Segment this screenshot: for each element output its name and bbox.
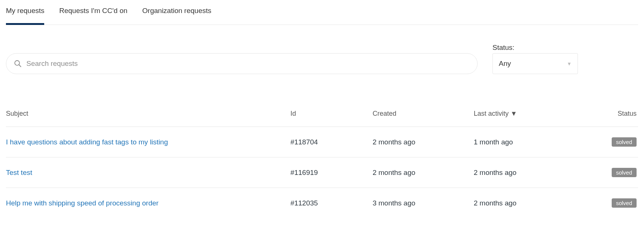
request-created: 2 months ago bbox=[373, 127, 474, 157]
col-status[interactable]: Status bbox=[575, 104, 638, 127]
request-link[interactable]: Test test bbox=[6, 169, 32, 176]
search-box[interactable] bbox=[6, 53, 478, 74]
status-badge: solved bbox=[612, 137, 637, 147]
status-select[interactable]: Any ▼ bbox=[492, 53, 578, 74]
status-badge: solved bbox=[612, 168, 637, 177]
col-last-activity-label: Last activity bbox=[474, 110, 508, 117]
request-created: 3 months ago bbox=[373, 188, 474, 218]
table-row: I have questions about adding fast tags … bbox=[6, 127, 638, 157]
request-link[interactable]: Help me with shipping speed of processin… bbox=[6, 199, 159, 207]
tab-org-requests[interactable]: Organization requests bbox=[142, 7, 211, 25]
tab-my-requests[interactable]: My requests bbox=[6, 7, 44, 25]
search-input[interactable] bbox=[26, 60, 470, 68]
filter-row: Status: Any ▼ bbox=[6, 44, 638, 74]
svg-line-1 bbox=[19, 65, 21, 67]
chevron-down-icon: ▼ bbox=[567, 61, 572, 67]
request-id: #118704 bbox=[290, 127, 373, 157]
request-link[interactable]: I have questions about adding fast tags … bbox=[6, 138, 168, 146]
tab-cc-requests[interactable]: Requests I'm CC'd on bbox=[59, 7, 127, 25]
request-activity: 2 months ago bbox=[474, 157, 575, 188]
request-created: 2 months ago bbox=[373, 157, 474, 188]
col-id[interactable]: Id bbox=[290, 104, 373, 127]
table-row: Test test#1169192 months ago2 months ago… bbox=[6, 157, 638, 188]
search-icon bbox=[14, 60, 22, 68]
request-id: #112035 bbox=[290, 188, 373, 218]
col-subject[interactable]: Subject bbox=[6, 104, 290, 127]
col-last-activity[interactable]: Last activity ▼ bbox=[474, 104, 575, 127]
sort-desc-icon: ▼ bbox=[511, 110, 517, 117]
status-badge: solved bbox=[612, 198, 637, 208]
request-activity: 1 month ago bbox=[474, 127, 575, 157]
table-row: Help me with shipping speed of processin… bbox=[6, 188, 638, 218]
col-created[interactable]: Created bbox=[373, 104, 474, 127]
status-label: Status: bbox=[492, 44, 578, 52]
status-value: Any bbox=[499, 60, 511, 68]
requests-table: Subject Id Created Last activity ▼ Statu… bbox=[6, 104, 638, 218]
tabs: My requests Requests I'm CC'd on Organiz… bbox=[6, 7, 638, 25]
request-activity: 2 months ago bbox=[474, 188, 575, 218]
request-id: #116919 bbox=[290, 157, 373, 188]
